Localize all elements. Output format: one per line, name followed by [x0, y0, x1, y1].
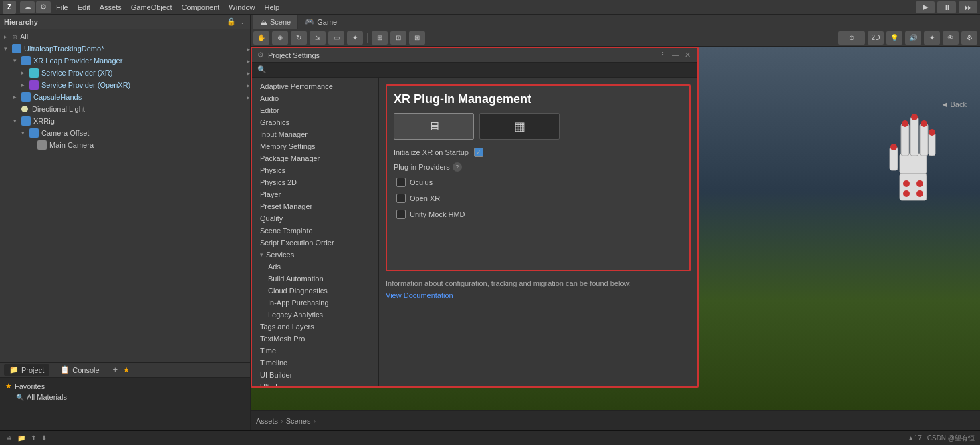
oculus-checkbox[interactable] [396, 178, 406, 187]
scale-tool-button[interactable]: ⇲ [310, 31, 326, 45]
openxr-checkbox[interactable] [396, 194, 406, 203]
platform-desktop-tab[interactable]: 🖥 [394, 113, 474, 140]
pause-button[interactable]: ⏸ [937, 1, 956, 13]
svg-point-18 [903, 180, 910, 187]
xrrig-icon [21, 116, 31, 126]
robot-hand-visual [886, 87, 940, 220]
menu-component[interactable]: Component [177, 2, 223, 13]
light-button[interactable]: 💡 [886, 31, 902, 45]
step-button[interactable]: ⏭ [959, 1, 977, 13]
menu-preset-manager[interactable]: Preset Manager [252, 200, 378, 212]
list-item[interactable]: ▾ XR Leap Provider Manager ▸ [0, 55, 250, 67]
tab-scene[interactable]: ⛰ Scene [253, 15, 298, 29]
menu-gameobject[interactable]: GameObject [127, 2, 176, 13]
ps-minimize-icon[interactable]: — [670, 51, 681, 59]
camera-offset-icon [29, 128, 39, 138]
menu-ultraleap[interactable]: Ultraleap [252, 381, 378, 386]
hierarchy-lock-icon[interactable]: 🔒 [227, 17, 236, 26]
svg-rect-7 [890, 147, 898, 170]
menu-file[interactable]: File [52, 2, 72, 13]
console-tab[interactable]: 📋 Console [55, 364, 104, 376]
menu-script-execution-order[interactable]: Script Execution Order [252, 237, 378, 249]
toolbar-bar: ✋ ⊕ ↻ ⇲ ▭ ✦ ⊞ ⊡ ⊞ ⊙ 2D 💡 🔊 ✦ 👁 ⚙ [251, 29, 980, 47]
view-documentation-link[interactable]: View Documentation [386, 291, 453, 299]
menu-graphics[interactable]: Graphics [252, 116, 378, 128]
all-materials-item[interactable]: 🔍 All Materials [5, 392, 245, 402]
menu-package-manager[interactable]: Package Manager [252, 152, 378, 164]
transform-tool-button[interactable]: ✦ [347, 31, 363, 45]
play-button[interactable]: ▶ [916, 1, 935, 13]
menu-player[interactable]: Player [252, 188, 378, 200]
menu-quality[interactable]: Quality [252, 212, 378, 225]
back-button[interactable]: ◄ Back [941, 100, 967, 108]
menu-editor[interactable]: Editor [252, 104, 378, 116]
menu-build-automation[interactable]: Build Automation [252, 273, 378, 285]
rotate-tool-button[interactable]: ↻ [291, 31, 307, 45]
menu-adaptive-performance[interactable]: Adaptive Performance [252, 80, 378, 92]
menu-in-app-purchasing[interactable]: In-App Purchasing [252, 297, 378, 309]
menu-physics-2d[interactable]: Physics 2D [252, 176, 378, 188]
menu-audio[interactable]: Audio [252, 92, 378, 104]
layers-dropdown[interactable]: ⊙ [838, 31, 865, 45]
list-item[interactable]: ▸ ⊕ All [0, 31, 250, 43]
menu-help[interactable]: Help [260, 2, 283, 13]
menu-tags-and-layers[interactable]: Tags and Layers [252, 321, 378, 333]
gizmos-button[interactable]: ⚙ [961, 31, 977, 45]
effects-button[interactable]: ✦ [924, 31, 940, 45]
menu-cloud-diagnostics[interactable]: Cloud Diagnostics [252, 285, 378, 297]
menu-services[interactable]: ▾Services [252, 249, 378, 261]
logo-button[interactable]: Z [3, 1, 16, 14]
menu-textmesh-pro[interactable]: TextMesh Pro [252, 333, 378, 345]
favorites-panel: ★ Favorites 🔍 All Materials [0, 377, 250, 430]
menu-memory-settings[interactable]: Memory Settings [252, 140, 378, 152]
menu-ui-builder[interactable]: UI Builder [252, 369, 378, 381]
platform-mobile-tab[interactable]: ▦ [479, 113, 560, 140]
menu-assets[interactable]: Assets [96, 2, 126, 13]
audio-button[interactable]: 🔊 [905, 31, 921, 45]
tab-game[interactable]: 🎮 Game [298, 15, 344, 29]
grid-button[interactable]: ⊞ [372, 31, 388, 45]
svg-point-21 [916, 190, 923, 197]
snap-button[interactable]: ⊡ [390, 31, 406, 45]
list-item[interactable]: ▾ Camera Offset [0, 127, 250, 139]
add-button[interactable]: + [113, 365, 118, 375]
menu-legacy-analytics[interactable]: Legacy Analytics [252, 309, 378, 321]
gizmo-button[interactable]: ⊞ [409, 31, 425, 45]
ps-close-icon[interactable]: ✕ [683, 51, 692, 59]
hand-tool-button[interactable]: ✋ [253, 31, 269, 45]
ps-search-input[interactable] [269, 66, 692, 74]
list-item[interactable]: ▾ XRRig [0, 115, 250, 127]
menu-timeline[interactable]: Timeline [252, 357, 378, 369]
menu-input-manager[interactable]: Input Manager [252, 128, 378, 140]
view-button[interactable]: 👁 [943, 31, 959, 45]
bottom-bar-left: 📁 Project 📋 Console + ★ [0, 362, 250, 377]
menu-physics[interactable]: Physics [252, 164, 378, 176]
hierarchy-menu-icon[interactable]: ⋮ [239, 17, 246, 26]
favorites-item[interactable]: ★ Favorites [5, 380, 245, 392]
svg-rect-13 [920, 124, 928, 156]
rect-tool-button[interactable]: ▭ [328, 31, 344, 45]
menu-edit[interactable]: Edit [74, 2, 94, 13]
list-item[interactable]: ▾ UltraleapTrackingDemo* ▸ [0, 43, 250, 55]
list-item[interactable]: ▸ CapsuleHands ▸ [0, 91, 250, 103]
star-icon[interactable]: ★ [123, 365, 130, 374]
list-item[interactable]: ▸ Service Provider (XR) ▸ [0, 67, 250, 79]
menu-window[interactable]: Window [225, 2, 259, 13]
main-camera-icon [37, 140, 47, 150]
settings-button[interactable]: ⚙ [36, 1, 51, 13]
menu-ads[interactable]: Ads [252, 261, 378, 273]
light-icon [21, 106, 28, 112]
unity-mock-checkbox[interactable] [396, 210, 406, 219]
move-tool-button[interactable]: ⊕ [272, 31, 288, 45]
help-icon[interactable]: ? [453, 162, 462, 172]
menu-scene-template[interactable]: Scene Template [252, 225, 378, 237]
initialize-checkbox[interactable]: ✓ [474, 148, 483, 157]
list-item[interactable]: Main Camera [0, 139, 250, 151]
2d-button[interactable]: 2D [868, 31, 884, 45]
cloud-button[interactable]: ☁ [20, 1, 35, 13]
list-item[interactable]: Directional Light [0, 103, 250, 115]
project-tab[interactable]: 📁 Project [4, 364, 49, 376]
ps-more-icon[interactable]: ⋮ [658, 51, 668, 59]
menu-time[interactable]: Time [252, 345, 378, 357]
list-item[interactable]: ▸ Service Provider (OpenXR) ▸ [0, 79, 250, 91]
